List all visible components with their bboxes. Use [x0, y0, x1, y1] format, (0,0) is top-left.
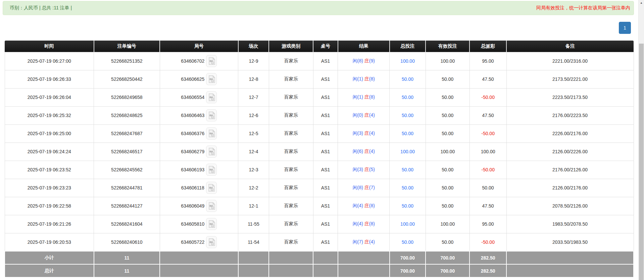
payout-text: 47.50	[482, 203, 494, 209]
valid-bet-text: 50.00	[442, 167, 453, 172]
cell-valid-bet: 50.00	[426, 161, 469, 179]
round-id-text: 634606279	[181, 149, 204, 154]
cell-total-bet: 50.00	[390, 233, 426, 251]
round-id-text: 634605722	[181, 239, 204, 245]
video-replay-button[interactable]	[206, 200, 217, 212]
cell-table-no: AS1	[313, 233, 338, 251]
total-bet-link[interactable]: 50.00	[402, 95, 413, 100]
page-root: 币别：人民币 | 总共 :11 注单 | 同局有效投注，统一计算在该局第一张注单…	[0, 0, 644, 280]
total-bet-link[interactable]: 50.00	[402, 113, 413, 118]
cell-result: 闲(1) 庄(8)	[338, 88, 390, 106]
cell-session: 12-1	[238, 197, 269, 215]
table-header-row: 时间注单编号局号场次游戏类别桌号结果总投注有效投注总派彩备注	[5, 41, 634, 52]
video-replay-button[interactable]	[206, 236, 217, 248]
bet-id-text: 522668245562	[111, 167, 142, 172]
game-type-text: 百家乐	[284, 94, 298, 100]
cell-valid-bet: 50.00	[426, 70, 469, 88]
cell-remark: 2221.00/2316.00	[506, 52, 634, 70]
subtotal-session	[238, 251, 269, 264]
total-bet-link[interactable]: 100.00	[400, 58, 415, 64]
cell-total-bet: 50.00	[390, 179, 426, 197]
cell-valid-bet: 50.00	[426, 179, 469, 197]
cell-round-id: 634605810	[160, 215, 238, 233]
total-bet-link[interactable]: 50.00	[402, 185, 413, 190]
scrollbar-thumb[interactable]	[639, 44, 644, 280]
cell-bet-id: 522668251352	[94, 52, 160, 70]
result-banker-score-text: (4)	[369, 149, 375, 154]
cell-valid-bet: 50.00	[426, 106, 469, 124]
column-header-4: 游戏类别	[269, 41, 313, 52]
video-replay-button[interactable]	[206, 91, 217, 103]
video-replay-button[interactable]	[206, 182, 217, 194]
cell-remark: 2176.00/2223.50	[506, 106, 634, 124]
cell-game-type: 百家乐	[269, 233, 313, 251]
bet-id-text: 522668241604	[111, 221, 142, 227]
total-valid-bet: 700.00	[426, 264, 469, 277]
scrollbar-up-arrow-icon[interactable]: ▲	[639, 0, 644, 6]
video-replay-button[interactable]	[206, 218, 217, 230]
cell-bet-id: 522668247687	[94, 124, 160, 143]
cell-valid-bet: 50.00	[426, 88, 469, 106]
game-type-text: 百家乐	[284, 203, 298, 208]
subtotal-remark	[506, 251, 634, 264]
total-bet-link[interactable]: 50.00	[402, 76, 413, 82]
cell-round-id: 634605722	[160, 233, 238, 251]
cell-remark: 2173.50/2221.00	[506, 70, 634, 88]
cell-time: 2025-07-19 06:22:58	[5, 197, 94, 215]
cell-game-type: 百家乐	[269, 106, 313, 124]
game-type-text: 百家乐	[284, 239, 298, 244]
video-replay-button[interactable]	[206, 146, 217, 158]
cell-result: 闲(6) 庄(4)	[338, 143, 390, 161]
cell-remark: 2078.50/2126.00	[506, 197, 634, 215]
subtotal-game	[269, 251, 313, 264]
result-player-text: 闲(1)	[353, 76, 364, 81]
video-replay-button[interactable]	[206, 73, 217, 85]
remark-text: 2033.50/1983.50	[552, 239, 588, 245]
video-replay-button[interactable]	[206, 55, 217, 67]
cell-time: 2025-07-19 06:23:52	[5, 161, 94, 179]
table-row: 2025-07-19 06:27:00 522668251352 6346067…	[5, 52, 634, 70]
session-text: 11-54	[248, 239, 259, 245]
total-bet-link[interactable]: 50.00	[402, 131, 413, 136]
remark-text: 1983.50/2078.50	[552, 221, 588, 227]
result-player-text: 闲(7)	[353, 239, 364, 244]
cell-session: 12-6	[238, 106, 269, 124]
result-banker-text: 庄	[364, 149, 369, 154]
video-replay-button[interactable]	[206, 127, 217, 139]
total-bet-link[interactable]: 100.00	[400, 149, 415, 154]
total-bet-link[interactable]: 50.00	[402, 167, 413, 172]
total-bet-link[interactable]: 50.00	[402, 239, 413, 245]
result-banker-score-text: (8)	[369, 203, 375, 208]
bet-id-text: 522668244781	[111, 185, 142, 190]
cell-time: 2025-07-19 06:25:00	[5, 124, 94, 143]
cell-total-bet: 100.00	[390, 143, 426, 161]
time-text: 2025-07-19 06:26:04	[28, 95, 71, 100]
currency-summary-text: 币别：人民币 | 总共 :11 注单 |	[10, 5, 72, 11]
video-replay-button[interactable]	[206, 109, 217, 121]
page-scrollbar[interactable]: ▲	[638, 0, 644, 280]
payout-text: -50.00	[481, 239, 495, 245]
cell-result: 闲(4) 庄(8)	[338, 215, 390, 233]
table-row: 2025-07-19 06:26:04 522668249658 6346065…	[5, 88, 634, 106]
time-text: 2025-07-19 06:27:00	[28, 58, 71, 64]
cell-bet-id: 522668241604	[94, 215, 160, 233]
remark-text: 2126.00/2226.00	[552, 149, 588, 154]
total-bet-link[interactable]: 50.00	[402, 203, 413, 209]
video-replay-button[interactable]	[206, 164, 217, 176]
bet-id-text: 522668244127	[111, 203, 142, 209]
video-file-icon	[208, 129, 215, 137]
cell-table-no: AS1	[313, 88, 338, 106]
pagination-page-1-button[interactable]: 1	[619, 22, 631, 34]
session-text: 12-5	[249, 131, 258, 136]
cell-result: 闲(7) 庄(4)	[338, 233, 390, 251]
session-text: 12-2	[249, 185, 258, 190]
result-banker-score-text: (8)	[369, 221, 375, 226]
subtotal-label: 小计	[5, 251, 94, 264]
total-bet-link[interactable]: 100.00	[400, 221, 415, 227]
total-label: 总计	[5, 264, 94, 277]
time-text: 2025-07-19 06:23:23	[28, 185, 71, 190]
game-type-text: 百家乐	[284, 76, 298, 81]
table-row: 2025-07-19 06:21:26 522668241604 6346058…	[5, 215, 634, 233]
result-player-text: 闲(3)	[353, 130, 364, 136]
column-header-7: 总投注	[390, 41, 426, 52]
